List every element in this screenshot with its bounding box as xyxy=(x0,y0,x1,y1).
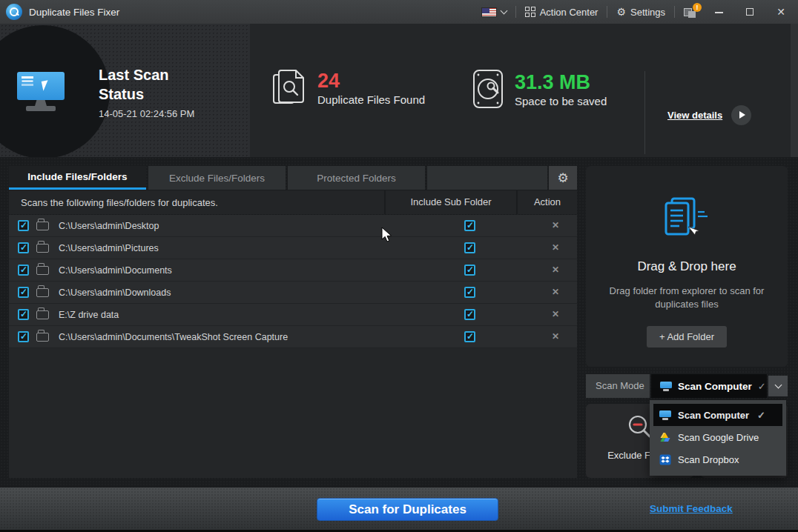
option-scan-dropbox[interactable]: Scan Dropbox xyxy=(653,448,782,471)
close-button[interactable]: ✕ xyxy=(770,6,792,18)
table-row: C:\Users\admin\Documents ✕ xyxy=(9,259,577,282)
option-label: Scan Computer xyxy=(678,410,749,421)
table-row: E:\Z drive data ✕ xyxy=(9,304,577,326)
duplicate-count: 24 xyxy=(317,70,425,92)
scan-mode-label: Scan Mode xyxy=(586,374,650,398)
folder-checkbox[interactable] xyxy=(18,220,29,231)
check-icon: ✓ xyxy=(758,381,766,392)
folder-checkbox[interactable] xyxy=(18,331,29,342)
remove-folder-button[interactable]: ✕ xyxy=(549,242,562,253)
include-subfolder-checkbox[interactable] xyxy=(464,242,475,253)
folder-path: E:\Z drive data xyxy=(59,310,119,320)
remove-folder-button[interactable]: ✕ xyxy=(549,331,562,342)
chevron-down-icon xyxy=(500,7,507,14)
column-include-sub-folder: Include Sub Folder xyxy=(384,190,516,214)
folder-checkbox[interactable] xyxy=(18,287,29,298)
scan-settings-button[interactable]: ⚙ xyxy=(549,166,577,190)
include-subfolder-checkbox[interactable] xyxy=(464,287,475,298)
tab-protected-folders[interactable]: Protected Folders xyxy=(288,166,425,190)
option-scan-google-drive[interactable]: Scan Google Drive xyxy=(653,426,782,448)
action-center-icon xyxy=(525,7,535,17)
space-saved-value: 31.3 MB xyxy=(515,71,607,93)
language-selector[interactable] xyxy=(481,7,507,17)
option-label: Scan Dropbox xyxy=(678,454,739,465)
disk-space-icon xyxy=(472,68,504,110)
include-subfolder-checkbox[interactable] xyxy=(464,265,475,276)
table-row: C:\Users\admin\Desktop ✕ xyxy=(9,215,577,237)
tabbar-filler xyxy=(427,166,547,190)
titlebar: Duplicate Files Fixer Action Center ⚙ Se… xyxy=(0,0,798,24)
folder-icon xyxy=(36,222,49,230)
folder-path: C:\Users\admin\Downloads xyxy=(59,287,171,298)
tab-exclude-files-folders[interactable]: Exclude Files/Folders xyxy=(148,166,286,190)
maximize-button[interactable] xyxy=(739,6,761,18)
gear-icon: ⚙ xyxy=(616,7,626,17)
monitor-icon xyxy=(660,382,672,391)
tabbar: Include Files/Folders Exclude Files/Fold… xyxy=(9,166,577,190)
option-scan-computer[interactable]: Scan Computer ✓ xyxy=(653,404,782,426)
folder-icon xyxy=(36,310,49,319)
drag-drop-title: Drag & Drop here xyxy=(586,259,788,274)
offers-button[interactable]: ! xyxy=(684,5,699,19)
us-flag-icon xyxy=(481,7,497,17)
drag-drop-description: Drag folder from explorer to scan for du… xyxy=(598,285,776,311)
folder-checkbox[interactable] xyxy=(18,242,29,253)
add-folder-button[interactable]: + Add Folder xyxy=(647,326,727,348)
app-title: Duplicate Files Fixer xyxy=(29,7,119,18)
header-edge-strip xyxy=(791,24,798,157)
divider xyxy=(674,6,675,18)
table-caption: Scans the following files/folders for du… xyxy=(9,197,384,208)
table-header-row: Scans the following files/folders for du… xyxy=(9,190,577,214)
folder-checkbox[interactable] xyxy=(18,309,29,320)
folder-path: C:\Users\admin\Desktop xyxy=(59,221,159,231)
drag-drop-panel[interactable]: Drag & Drop here Drag folder from explor… xyxy=(586,166,788,367)
view-details-link[interactable]: View details xyxy=(667,110,722,121)
divider xyxy=(607,6,607,18)
action-center-label: Action Center xyxy=(540,7,598,18)
tab-include-files-folders[interactable]: Include Files/Folders xyxy=(9,166,146,190)
main-area: Include Files/Folders Exclude Files/Fold… xyxy=(0,157,798,488)
scan-for-duplicates-button[interactable]: Scan for Duplicates xyxy=(317,498,498,521)
check-icon: ✓ xyxy=(757,410,765,421)
include-subfolder-checkbox[interactable] xyxy=(464,220,475,231)
space-saved-label: Space to be saved xyxy=(515,95,607,107)
duplicate-count-label: Duplicate Files Found xyxy=(317,93,425,106)
folder-icon xyxy=(36,333,49,342)
folder-path: C:\Users\admin\Documents\TweakShot Scree… xyxy=(59,332,288,342)
chevron-down-icon xyxy=(774,381,782,388)
remove-folder-button[interactable]: ✕ xyxy=(549,220,562,230)
include-subfolder-checkbox[interactable] xyxy=(464,331,475,342)
app-logo-icon xyxy=(6,4,22,20)
scan-mode-dropdown-button[interactable] xyxy=(768,376,788,396)
remove-folder-button[interactable]: ✕ xyxy=(549,265,562,275)
folder-list: C:\Users\admin\Desktop ✕ C:\Users\admin\… xyxy=(9,215,577,478)
folder-checkbox[interactable] xyxy=(18,265,29,276)
settings-button[interactable]: ⚙ Settings xyxy=(616,7,665,18)
monitor-icon xyxy=(659,410,671,420)
folder-path: C:\Users\admin\Documents xyxy=(59,265,172,276)
scan-mode-selected: Scan Computer xyxy=(678,381,752,392)
google-drive-icon xyxy=(659,432,671,443)
submit-feedback-link[interactable]: Submit Feedback xyxy=(650,503,733,514)
dropbox-icon xyxy=(659,454,671,465)
notification-badge: ! xyxy=(693,3,702,12)
scan-mode-select[interactable]: Scan Computer ✓ xyxy=(651,374,767,398)
folder-icon xyxy=(36,244,49,253)
table-row: C:\Users\admin\Pictures ✕ xyxy=(9,237,577,259)
minimize-button[interactable] xyxy=(708,6,730,18)
table-row: C:\Users\admin\Downloads ✕ xyxy=(9,282,577,304)
view-details-arrow-button[interactable] xyxy=(731,105,751,125)
duplicate-files-icon xyxy=(271,68,307,107)
action-center-button[interactable]: Action Center xyxy=(525,7,598,18)
option-label: Scan Google Drive xyxy=(678,432,759,443)
remove-folder-button[interactable]: ✕ xyxy=(549,287,562,297)
last-scan-header: Last Scan Status 14-05-21 02:24:56 PM 24… xyxy=(0,24,798,157)
include-subfolder-checkbox[interactable] xyxy=(464,309,475,320)
last-scan-title: Last Scan Status xyxy=(99,65,194,104)
settings-label: Settings xyxy=(630,7,665,18)
footer-bar: Scan for Duplicates Submit Feedback xyxy=(0,488,798,530)
folders-panel: Include Files/Folders Exclude Files/Fold… xyxy=(9,166,577,478)
folder-icon xyxy=(36,288,49,297)
folder-icon xyxy=(36,266,49,275)
remove-folder-button[interactable]: ✕ xyxy=(549,309,562,319)
